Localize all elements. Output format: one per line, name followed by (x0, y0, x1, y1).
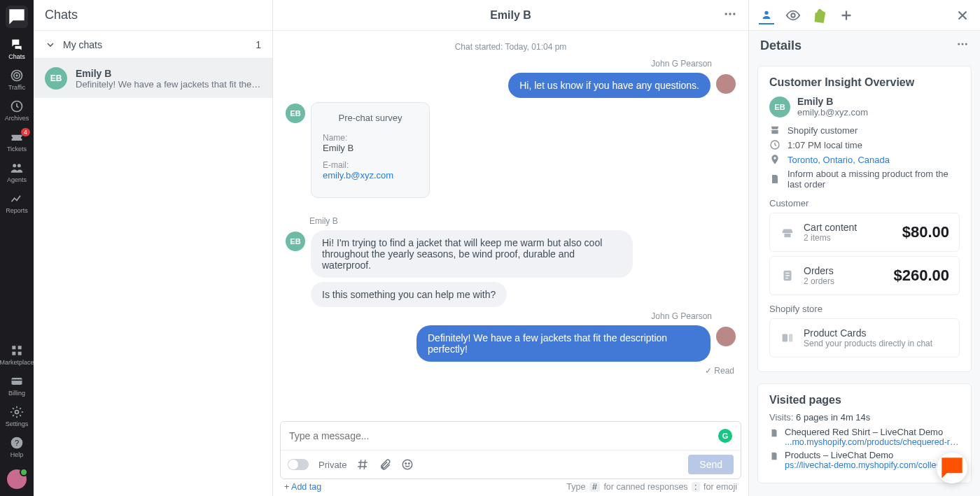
nav-agents[interactable]: Agents (0, 157, 34, 187)
nav-billing-label: Billing (8, 390, 25, 397)
stat-cart-value: $80.00 (902, 223, 949, 241)
nav-chats[interactable]: Chats (0, 34, 34, 64)
mychats-label: My chats (63, 39, 102, 50)
product-cards-button[interactable]: Product CardsSend your products directly… (769, 318, 960, 357)
mychats-section[interactable]: My chats 1 (34, 31, 272, 59)
chat-list-column: Chats My chats 1 EB Emily B Definitely! … (34, 0, 273, 496)
grid-icon (10, 343, 24, 357)
message-text: Hi! I'm trying to find a jacket that wil… (311, 230, 633, 278)
tab-person[interactable] (759, 9, 774, 24)
emoji-icon[interactable] (401, 458, 414, 471)
tickets-badge: 4 (21, 128, 30, 136)
nav-archives[interactable]: Archives (0, 95, 34, 126)
svg-point-5 (18, 164, 21, 167)
tab-add[interactable] (839, 8, 854, 23)
stat-orders[interactable]: Orders2 orders $260.00 (769, 256, 960, 295)
svg-point-20 (409, 463, 410, 465)
current-agent-avatar[interactable] (7, 469, 27, 489)
customer-avatar: EB (45, 67, 67, 90)
chat-list-item[interactable]: EB Emily B Definitely! We have a few jac… (34, 59, 272, 98)
agent-message: Hi, let us know if you have any question… (286, 73, 736, 98)
insight-title: Customer Insight Overview (769, 76, 960, 89)
svg-rect-6 (12, 346, 15, 349)
read-receipt: Read (286, 366, 734, 376)
svg-point-18 (403, 460, 413, 469)
svg-rect-9 (18, 352, 22, 355)
nav-tickets-label: Tickets (7, 146, 27, 153)
visited-page-row[interactable]: Products – LiveChat Demo ps://livechat-d… (769, 450, 960, 470)
message-text: Definitely! We have a few jackets that f… (416, 325, 710, 362)
agent-name-label: John G Pearson (286, 59, 712, 69)
insight-user-email: emily.b@xyz.com (797, 107, 868, 118)
agent-avatar (716, 74, 736, 94)
conversation-body[interactable]: Chat started: Today, 01:04 pm John G Pea… (273, 31, 748, 421)
grammarly-icon[interactable]: G (718, 429, 732, 443)
details-tabs (749, 0, 980, 31)
survey-name-value: Emily B (323, 143, 418, 153)
card-icon (10, 374, 24, 388)
visited-page-row[interactable]: Chequered Red Shirt – LiveChat Demo ...m… (769, 427, 960, 447)
info-platform: Shopify customer (769, 125, 960, 136)
hash-icon[interactable] (356, 458, 369, 471)
page-icon (769, 428, 779, 438)
app-logo[interactable] (6, 6, 28, 28)
nav-help-label: Help (10, 451, 24, 458)
nav-billing[interactable]: Billing (0, 370, 34, 401)
gear-icon (10, 405, 24, 419)
message-text: Is this something you can help me with? (311, 282, 507, 307)
chat-list-name: Emily B (76, 68, 261, 79)
message-input[interactable] (289, 430, 718, 441)
agent-message: Definitely! We have a few jackets that f… (286, 325, 736, 362)
tab-shopify[interactable] (812, 8, 827, 23)
svg-point-24 (962, 43, 964, 45)
composer-area: G Private Send + Add tag Type # for cann… (273, 421, 748, 496)
agent-name-label: John G Pearson (286, 311, 712, 321)
conversation-title: Emily B (273, 9, 748, 22)
svg-point-23 (958, 43, 960, 45)
nav-traffic[interactable]: Traffic (0, 64, 34, 95)
tab-eye[interactable] (785, 8, 801, 23)
nav-settings[interactable]: Settings (0, 401, 34, 432)
details-menu-button[interactable] (956, 38, 969, 54)
nav-tickets[interactable]: Tickets 4 (0, 126, 34, 157)
left-nav-rail: Chats Traffic Archives Tickets 4 Agents … (0, 0, 34, 496)
customer-avatar: EB (769, 97, 790, 118)
attachment-icon[interactable] (379, 458, 391, 471)
private-label: Private (318, 460, 346, 470)
help-icon: ? (10, 436, 24, 450)
nav-help[interactable]: ? Help (0, 432, 34, 462)
svg-rect-7 (18, 346, 22, 349)
visited-page-title: Chequered Red Shirt – LiveChat Demo (785, 427, 960, 437)
customer-avatar: EB (286, 232, 305, 251)
nav-traffic-label: Traffic (8, 84, 26, 91)
floating-chat-button[interactable] (937, 453, 967, 483)
send-button[interactable]: Send (688, 455, 734, 474)
close-details-button[interactable] (955, 8, 970, 23)
chat-bubble-icon (937, 453, 967, 483)
nav-reports[interactable]: Reports (0, 187, 34, 218)
chats-header: Chats (34, 0, 272, 31)
details-column: Details Customer Insight Overview EB Emi… (749, 0, 980, 496)
private-toggle[interactable] (288, 459, 309, 470)
survey-email-value[interactable]: emily.b@xyz.com (323, 170, 418, 180)
nav-chats-label: Chats (8, 53, 25, 60)
agents-icon (10, 161, 24, 175)
reports-icon (10, 192, 24, 206)
svg-point-22 (791, 13, 795, 17)
svg-rect-10 (12, 378, 22, 385)
info-location[interactable]: Toronto, Ontario, Canada (769, 154, 960, 165)
svg-point-12 (15, 411, 19, 414)
nav-agents-label: Agents (7, 176, 27, 183)
customer-message: EB Hi! I'm trying to find a jacket that … (286, 230, 736, 278)
stat-cart[interactable]: Cart content2 items $80.00 (769, 213, 960, 252)
survey-name-label: Name: (323, 133, 418, 143)
conversation-header: Emily B (273, 0, 748, 31)
nav-marketplace[interactable]: Marketplace (0, 339, 34, 370)
add-tag-button[interactable]: + Add tag (284, 482, 321, 492)
visited-page-url: ...mo.myshopify.com/products/chequered-r… (785, 437, 960, 447)
archive-icon (10, 99, 24, 113)
page-icon (769, 451, 779, 461)
nav-marketplace-label: Marketplace (0, 359, 34, 366)
customer-section-label: Customer (769, 198, 960, 208)
survey-title: Pre-chat survey (323, 113, 418, 123)
